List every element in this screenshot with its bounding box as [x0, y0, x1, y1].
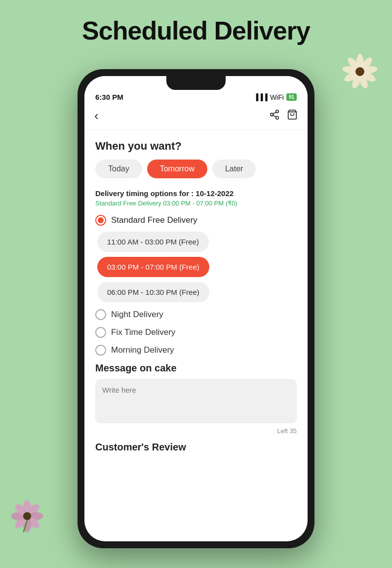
- char-count-label: Left 35: [95, 427, 297, 435]
- delivery-date-label: Delivery timing options for : 10-12-2022: [95, 189, 297, 198]
- flower-decoration-top-right: [338, 49, 382, 94]
- tab-later[interactable]: Later: [212, 160, 256, 178]
- content-area: When you want? Today Tomorrow Later Deli…: [84, 130, 308, 541]
- back-button[interactable]: ‹: [94, 108, 99, 123]
- morning-delivery-option[interactable]: Morning Delivery: [95, 345, 297, 356]
- fix-time-delivery-option[interactable]: Fix Time Delivery: [95, 327, 297, 338]
- message-input[interactable]: [95, 379, 297, 423]
- status-time: 6:30 PM: [95, 93, 123, 101]
- svg-point-18: [23, 512, 31, 520]
- svg-line-23: [273, 115, 276, 117]
- status-icons: ▐▐▐ WiFi 91: [254, 93, 297, 101]
- tab-tomorrow[interactable]: Tomorrow: [147, 160, 207, 178]
- page-title: Scheduled Delivery: [0, 0, 392, 55]
- message-section: Message on cake Left 35: [95, 363, 297, 435]
- share-icon[interactable]: [269, 109, 280, 122]
- standard-delivery-radio[interactable]: [95, 215, 106, 226]
- when-section: When you want? Today Tomorrow Later: [95, 140, 297, 178]
- date-tabs: Today Tomorrow Later: [95, 160, 297, 178]
- standard-free-delivery-section: Standard Free Delivery 11:00 AM - 03:00 …: [95, 215, 297, 302]
- radio-selected-indicator: [98, 217, 104, 223]
- time-slot-2[interactable]: 03:00 PM - 07:00 PM (Free): [97, 257, 209, 277]
- fix-time-delivery-radio[interactable]: [95, 327, 106, 338]
- delivery-sub-text: Standard Free Delivery 03:00 PM - 07:00 …: [95, 200, 297, 207]
- bag-icon[interactable]: [287, 109, 298, 122]
- nav-bar: ‹: [84, 104, 308, 130]
- standard-delivery-radio-label[interactable]: Standard Free Delivery: [95, 215, 297, 226]
- when-title: When you want?: [95, 140, 297, 153]
- time-slots: 11:00 AM - 03:00 PM (Free) 03:00 PM - 07…: [95, 232, 297, 302]
- morning-delivery-radio[interactable]: [95, 345, 106, 356]
- notch: [166, 76, 226, 90]
- standard-delivery-label: Standard Free Delivery: [111, 215, 197, 225]
- battery-icon: 91: [286, 93, 297, 101]
- delivery-timing-section: Delivery timing options for : 10-12-2022…: [95, 189, 297, 207]
- night-delivery-radio[interactable]: [95, 309, 106, 320]
- morning-delivery-label: Morning Delivery: [111, 345, 174, 355]
- flower-decoration-bottom-left: [5, 494, 49, 538]
- review-title: Customer's Review: [95, 442, 297, 453]
- review-section: Customer's Review: [95, 442, 297, 453]
- signal-icon: ▐▐▐: [254, 93, 268, 101]
- phone-frame: 6:30 PM ▐▐▐ WiFi 91 ‹: [78, 69, 314, 548]
- night-delivery-option[interactable]: Night Delivery: [95, 309, 297, 320]
- message-title: Message on cake: [95, 363, 297, 374]
- fix-time-delivery-label: Fix Time Delivery: [111, 327, 175, 337]
- time-slot-1[interactable]: 11:00 AM - 03:00 PM (Free): [97, 232, 209, 252]
- night-delivery-label: Night Delivery: [111, 310, 163, 320]
- time-slot-3[interactable]: 06:00 PM - 10:30 PM (Free): [97, 282, 209, 302]
- wifi-icon: WiFi: [270, 93, 284, 101]
- svg-point-9: [355, 67, 364, 76]
- nav-action-icons: [269, 109, 298, 122]
- phone-screen: 6:30 PM ▐▐▐ WiFi 91 ‹: [84, 76, 308, 541]
- tab-today[interactable]: Today: [95, 160, 142, 178]
- svg-line-24: [273, 112, 276, 114]
